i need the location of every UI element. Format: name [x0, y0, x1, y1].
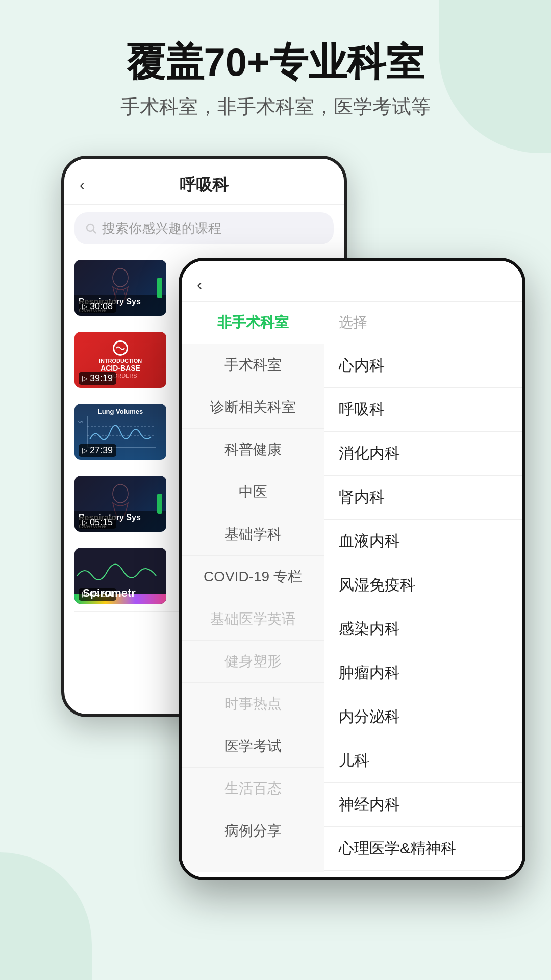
svg-point-2 [113, 268, 128, 287]
play-icon: ▷ [82, 302, 88, 310]
category-current-events[interactable]: 时事热点 [182, 683, 324, 725]
phone-back-title: 呼吸科 [180, 174, 229, 197]
right-column-header: 选择 [324, 302, 522, 344]
specialty-neurology[interactable]: 神经内科 [324, 783, 522, 827]
sub-title: 手术科室，非手术科室，医学考试等 [20, 94, 531, 120]
video-thumb-1: Respiratory Sys Overview ▷ 30:08 [74, 260, 166, 316]
search-icon [85, 222, 97, 234]
category-non-surgical[interactable]: 非手术科室 [182, 302, 324, 344]
specialty-dermatology[interactable]: 皮肤科 [324, 871, 522, 872]
category-surgical[interactable]: 手术科室 [182, 344, 324, 386]
specialty-psychiatry[interactable]: 心理医学&精神科 [324, 827, 522, 871]
phones-container: ‹ 呼吸科 搜索你感兴趣的课程 [20, 156, 531, 886]
video-thumb-5: Spirometr ▷ 04:54 [74, 548, 166, 604]
search-placeholder: 搜索你感兴趣的课程 [102, 219, 221, 237]
green-indicator-2 [157, 494, 162, 514]
video-thumb-4: Respiratory Sys Overview ▷ 05:15 [74, 476, 166, 532]
svg-point-8 [113, 484, 128, 503]
dropdown-left-column: 非手术科室 手术科室 诊断相关科室 科普健康 中医 基础学科 COVID-19 … [182, 302, 324, 872]
category-case-share[interactable]: 病例分享 [182, 810, 324, 852]
specialty-endocrinology[interactable]: 内分泌科 [324, 695, 522, 739]
specialty-cardiology[interactable]: 心内科 [324, 344, 522, 388]
specialty-gastroenterology[interactable]: 消化内科 [324, 432, 522, 476]
video-duration-2: ▷ 39:19 [79, 372, 116, 385]
category-tcm[interactable]: 中医 [182, 471, 324, 513]
video-duration-4: ▷ 05:15 [79, 516, 116, 529]
specialty-infectious-disease[interactable]: 感染内科 [324, 607, 522, 651]
play-icon-2: ▷ [82, 374, 88, 382]
specialty-oncology[interactable]: 肿瘤内科 [324, 651, 522, 695]
video-duration-3: ▷ 27:39 [79, 444, 116, 457]
front-back-button[interactable]: ‹ [197, 276, 202, 293]
main-title: 覆盖70+专业科室 [20, 41, 531, 84]
specialty-hematology[interactable]: 血液内科 [324, 520, 522, 564]
specialty-pediatrics[interactable]: 儿科 [324, 739, 522, 783]
phone-back-header: ‹ 呼吸科 [64, 159, 344, 205]
play-icon-3: ▷ [82, 446, 88, 454]
category-diagnostic[interactable]: 诊断相关科室 [182, 386, 324, 429]
play-icon-4: ▷ [82, 518, 88, 526]
video-duration-1: ▷ 30:08 [79, 300, 116, 313]
specialty-rheumatology[interactable]: 风湿免疫科 [324, 564, 522, 607]
video-thumb-2: INTRODUCTION ACID-BASE DISORDERS ▷ 39:19 [74, 332, 166, 388]
category-lifestyle[interactable]: 生活百态 [182, 768, 324, 810]
dropdown-right-column: 选择 心内科 呼吸科 消化内科 肾内科 血液内科 风湿免疫科 感染内科 肿瘤内科… [324, 302, 522, 872]
svg-text:Vol: Vol [78, 420, 83, 424]
svg-line-1 [93, 231, 96, 234]
svg-point-0 [87, 224, 94, 231]
video-thumb-3: Lung Volumes [74, 404, 166, 460]
search-bar[interactable]: 搜索你感兴趣的课程 [74, 212, 334, 244]
specialty-nephrology[interactable]: 肾内科 [324, 476, 522, 520]
dropdown-container: 非手术科室 手术科室 诊断相关科室 科普健康 中医 基础学科 COVID-19 … [182, 302, 522, 872]
phone-front: ‹ 非手术科室 手术科室 诊断相关科室 科普健康 中医 基础学科 COVID-1… [179, 258, 525, 880]
category-health[interactable]: 科普健康 [182, 429, 324, 471]
green-indicator [157, 278, 162, 298]
category-medical-exam[interactable]: 医学考试 [182, 725, 324, 768]
category-covid[interactable]: COVID-19 专栏 [182, 556, 324, 598]
phone-front-header: ‹ [182, 261, 522, 302]
specialty-respiratory[interactable]: 呼吸科 [324, 388, 522, 432]
category-fitness[interactable]: 健身塑形 [182, 641, 324, 683]
category-medical-english[interactable]: 基础医学英语 [182, 598, 324, 641]
back-button[interactable]: ‹ [80, 177, 84, 193]
category-basic[interactable]: 基础学科 [182, 513, 324, 556]
acid-circle-icon [113, 340, 128, 356]
